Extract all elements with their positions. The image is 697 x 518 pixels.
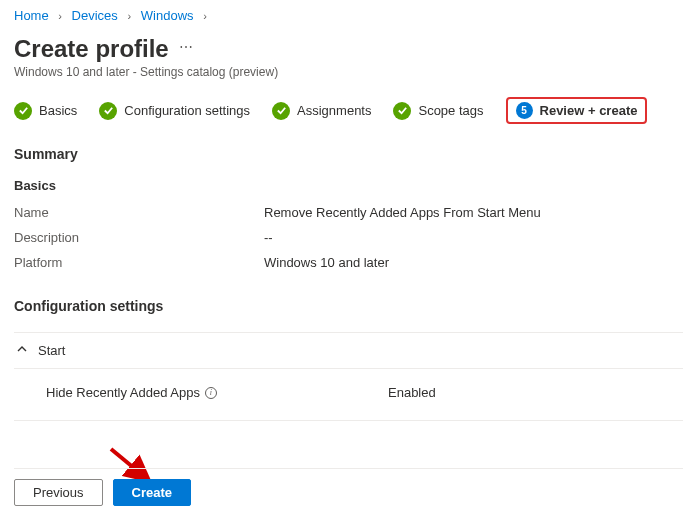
page-title: Create profile <box>14 35 169 63</box>
breadcrumb-home[interactable]: Home <box>14 8 49 23</box>
basics-heading: Basics <box>14 178 683 193</box>
setting-name: Hide Recently Added Apps <box>46 385 200 400</box>
accordion-body: Hide Recently Added Apps i Enabled <box>14 369 683 421</box>
tab-label: Assignments <box>297 103 371 118</box>
more-icon[interactable]: ⋯ <box>179 39 194 59</box>
summary-heading: Summary <box>14 146 683 162</box>
setting-value: Enabled <box>388 385 436 400</box>
breadcrumb: Home › Devices › Windows › <box>14 8 683 23</box>
accordion-label: Start <box>38 343 65 358</box>
platform-label: Platform <box>14 255 264 270</box>
footer-actions: Previous Create <box>14 468 683 506</box>
check-icon <box>99 102 117 120</box>
page-subtitle: Windows 10 and later - Settings catalog … <box>14 65 683 79</box>
info-icon[interactable]: i <box>205 387 217 399</box>
tab-label: Configuration settings <box>124 103 250 118</box>
platform-value: Windows 10 and later <box>264 255 389 270</box>
name-value: Remove Recently Added Apps From Start Me… <box>264 205 541 220</box>
breadcrumb-devices[interactable]: Devices <box>72 8 118 23</box>
description-value: -- <box>264 230 273 245</box>
tab-config[interactable]: Configuration settings <box>99 102 250 120</box>
tab-label: Review + create <box>540 103 638 118</box>
chevron-right-icon: › <box>58 10 62 22</box>
check-icon <box>272 102 290 120</box>
tab-assignments[interactable]: Assignments <box>272 102 371 120</box>
chevron-right-icon: › <box>203 10 207 22</box>
accordion-start[interactable]: Start <box>14 332 683 369</box>
breadcrumb-windows[interactable]: Windows <box>141 8 194 23</box>
description-label: Description <box>14 230 264 245</box>
previous-button[interactable]: Previous <box>14 479 103 506</box>
tab-label: Scope tags <box>418 103 483 118</box>
tab-scope-tags[interactable]: Scope tags <box>393 102 483 120</box>
step-number-icon: 5 <box>516 102 533 119</box>
tab-review-create[interactable]: 5 Review + create <box>506 97 648 124</box>
create-button[interactable]: Create <box>113 479 191 506</box>
name-label: Name <box>14 205 264 220</box>
tab-label: Basics <box>39 103 77 118</box>
chevron-right-icon: › <box>127 10 131 22</box>
check-icon <box>393 102 411 120</box>
chevron-up-icon <box>16 343 28 358</box>
tab-basics[interactable]: Basics <box>14 102 77 120</box>
config-heading: Configuration settings <box>14 298 683 314</box>
step-tabs: Basics Configuration settings Assignment… <box>14 97 683 124</box>
check-icon <box>14 102 32 120</box>
